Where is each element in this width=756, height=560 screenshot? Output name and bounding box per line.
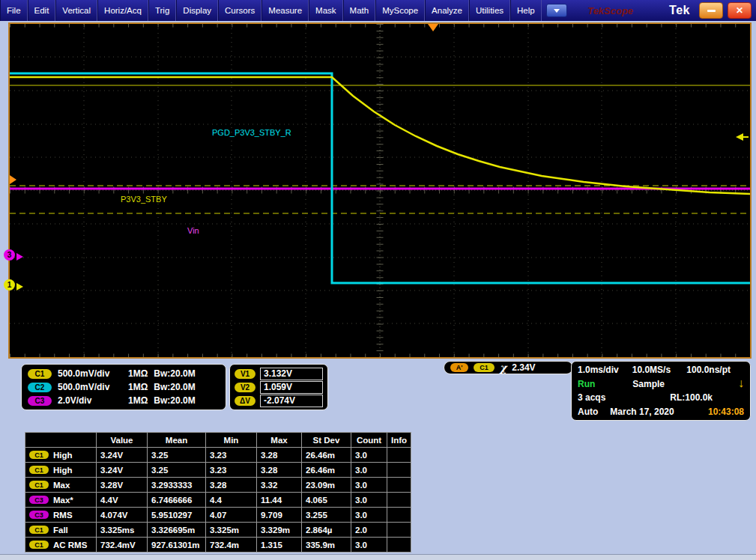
header-stdev: St Dev	[302, 433, 351, 448]
trigger-source-badge: C1	[474, 363, 495, 372]
meas-stdev: 23.09m	[302, 478, 351, 493]
tekscope-window: File Edit Vertical Horiz/Acq Trig Displa…	[0, 0, 756, 560]
c2-impedance: 1MΩ	[128, 382, 148, 392]
trigger-system-badge: A'	[450, 363, 468, 372]
menu-item-analyze[interactable]: Analyze	[425, 0, 469, 21]
menu-item-mask[interactable]: Mask	[309, 0, 342, 21]
cursor-readout-panel: V1 3.132V V2 1.059V ΔV -2.074V	[229, 364, 328, 410]
meas-ch-badge: C1	[29, 466, 49, 474]
meas-value: 732.4mV	[97, 538, 148, 553]
meas-min: 3.23	[206, 448, 257, 463]
tek-logo: Tek	[669, 4, 690, 17]
meas-info	[387, 448, 411, 463]
sample-rate-value: 10.0MS/s	[632, 365, 671, 375]
meas-name: Max*	[53, 496, 73, 505]
cursor-delta-readout[interactable]: ΔV -2.074V	[235, 395, 323, 407]
meas-count: 3.0	[351, 538, 387, 553]
meas-max: 3.32	[257, 478, 302, 493]
meas-value: 4.4V	[97, 493, 148, 508]
meas-ch-badge: C3	[29, 496, 49, 504]
menu-item-file[interactable]: File	[0, 0, 28, 21]
measurement-row: C1AC RMS 732.4mV 927.61301m 732.4m 1.315…	[25, 538, 411, 553]
meas-min: 3.325m	[206, 523, 257, 538]
trigger-slope-icon: χ	[500, 363, 506, 372]
meas-stdev: 26.46m	[302, 463, 351, 478]
menu-item-utilities[interactable]: Utilities	[469, 0, 510, 21]
timebase-value: 1.0ms/div	[578, 365, 619, 375]
minimize-icon	[707, 10, 716, 12]
acquisition-arrow-icon: ↓	[738, 377, 744, 390]
acquisition-mode: Sample	[632, 379, 665, 389]
menu-dropdown-button[interactable]	[546, 4, 567, 17]
trigger-mode: Auto	[578, 407, 598, 417]
menu-item-trig[interactable]: Trig	[148, 0, 176, 21]
channel-readout-c3[interactable]: C3 2.0V/div 1MΩ Bw:20.0M	[28, 395, 220, 406]
meas-min: 3.28	[206, 478, 257, 493]
menu-item-math[interactable]: Math	[343, 0, 376, 21]
c3-scale: 2.0V/div	[58, 395, 128, 406]
c1-reference-marker[interactable]: 1	[4, 279, 15, 290]
meas-name: Fall	[53, 526, 68, 535]
menu-item-edit[interactable]: Edit	[28, 0, 56, 21]
trigger-level-arrow-icon[interactable]	[736, 133, 749, 141]
delay-reference-marker-icon[interactable]	[10, 175, 16, 184]
meas-ch-badge: C1	[29, 526, 49, 534]
meas-mean: 6.7466666	[148, 493, 206, 508]
measurement-row: C3Max* 4.4V 6.7466666 4.4 11.44 4.065 3.…	[25, 493, 411, 508]
timebase-row: 1.0ms/div 10.0MS/s 100.0ns/pt	[578, 365, 744, 375]
measurement-row: C1High 3.24V 3.25 3.23 3.28 26.46m 3.0	[25, 463, 411, 478]
meas-min: 3.23	[206, 463, 257, 478]
menu-item-myscope[interactable]: MyScope	[375, 0, 425, 21]
cursor-v2-readout[interactable]: V2 1.059V	[235, 381, 323, 394]
c2-trace-label: PGD_P3V3_STBY_R	[212, 128, 291, 137]
meas-max: 3.28	[257, 463, 302, 478]
c2-scale: 500.0mV/div	[58, 382, 128, 392]
meas-ch-badge: C1	[29, 451, 49, 459]
c2-bandwidth: Bw:20.0M	[154, 382, 195, 392]
c1-badge: C1	[28, 369, 52, 379]
meas-min: 4.4	[206, 493, 257, 508]
meas-count: 3.0	[351, 448, 387, 463]
header-min: Min	[206, 433, 257, 448]
header-mean: Mean	[148, 433, 206, 448]
trigger-level-value: 2.34V	[512, 362, 535, 373]
meas-name: AC RMS	[53, 541, 87, 550]
meas-info	[387, 478, 411, 493]
measurement-header-row: Value Mean Min Max St Dev Count Info	[25, 433, 411, 448]
menu-item-measure[interactable]: Measure	[261, 0, 309, 21]
cursor-v1-readout[interactable]: V1 3.132V	[235, 368, 323, 380]
minimize-button[interactable]	[699, 2, 723, 19]
close-button[interactable]: ✕	[728, 2, 752, 19]
menu-item-horiz-acq[interactable]: Horiz/Acq	[97, 0, 148, 21]
meas-mean: 3.25	[148, 448, 206, 463]
menu-item-cursors[interactable]: Cursors	[218, 0, 261, 21]
channel-readout-c1[interactable]: C1 500.0mV/div 1MΩ Bw:20.0M	[28, 368, 220, 379]
meas-mean: 927.61301m	[148, 538, 206, 553]
c3-reference-marker[interactable]: 3	[4, 249, 15, 261]
menu-item-help[interactable]: Help	[510, 0, 542, 21]
app-title: TekScope	[587, 5, 633, 16]
meas-name: High	[53, 466, 73, 475]
measurement-row: C1Fall 3.325ms 3.326695m 3.325m 3.329m 2…	[25, 523, 411, 538]
meas-info	[387, 493, 411, 508]
datetime-row: Auto March 17, 2020 10:43:08	[578, 407, 744, 417]
header-name	[25, 433, 97, 448]
menu-item-display[interactable]: Display	[176, 0, 218, 21]
meas-mean: 5.9510297	[148, 508, 206, 523]
acquisition-count: 3 acqs	[578, 392, 605, 403]
channel-readout-c2[interactable]: C2 500.0mV/div 1MΩ Bw:20.0M	[28, 382, 220, 392]
meas-max: 11.44	[257, 493, 302, 508]
c3-impedance: 1MΩ	[128, 395, 148, 406]
menu-item-vertical[interactable]: Vertical	[55, 0, 97, 21]
trigger-readout-panel[interactable]: A' C1 χ 2.34V	[444, 361, 573, 374]
meas-stdev: 2.864µ	[302, 523, 351, 538]
measurement-row: C3RMS 4.074V 5.9510297 4.07 9.709 3.255 …	[25, 508, 411, 523]
meas-value: 3.24V	[97, 463, 148, 478]
measurement-table: Value Mean Min Max St Dev Count Info C1H…	[25, 432, 411, 553]
trigger-position-marker-icon[interactable]	[428, 24, 438, 31]
c3-badge: C3	[28, 396, 52, 406]
c1-bandwidth: Bw:20.0M	[154, 368, 195, 379]
meas-count: 3.0	[351, 463, 387, 478]
meas-count: 3.0	[351, 508, 387, 523]
c3-reference-arrow-icon	[16, 253, 23, 261]
